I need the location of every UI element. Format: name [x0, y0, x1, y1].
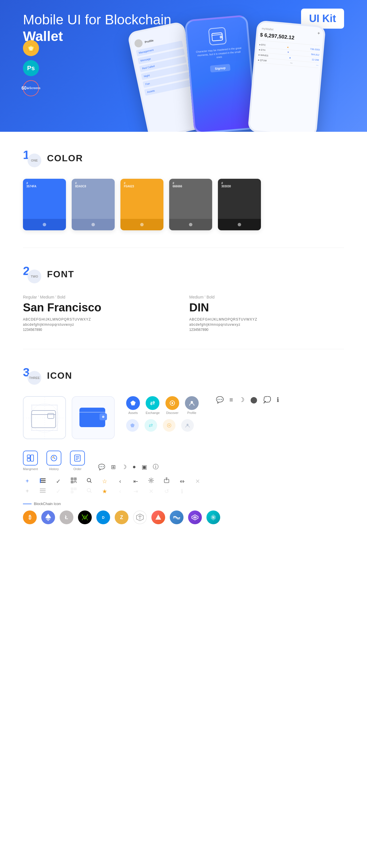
discover-icon-small — [163, 419, 175, 432]
swatch-1-hex: #3574FA — [26, 182, 36, 188]
font-din-upper: ABCDEFGHIJKLMNOPQRSTUVWXYZ — [189, 317, 344, 321]
search-icon — [85, 477, 93, 485]
svg-line-61 — [90, 491, 91, 493]
assets-icon-label: Assets — [128, 411, 138, 414]
btc-logo: ₿ — [23, 510, 37, 524]
icon-section-header: 3 THREE ICON — [23, 366, 344, 385]
svg-rect-51 — [40, 489, 46, 489]
nav-order: Order — [70, 451, 85, 471]
close-icon-2: ✕ — [147, 488, 156, 495]
screens-count: 60+ — [22, 85, 29, 91]
dot-icon: ● — [133, 464, 136, 470]
search-icon-2 — [85, 488, 93, 495]
font-section-header: 2 TWO FONT — [23, 265, 344, 283]
svg-rect-35 — [40, 478, 41, 483]
exchange-icon-label: Exchange — [146, 411, 160, 414]
info-icon-2: ℹ — [178, 488, 186, 495]
share-icon: ⇤ — [131, 478, 140, 485]
chat-filled-icon: 💬 — [98, 464, 105, 470]
discover-icon-circle — [165, 396, 179, 410]
history-label: History — [49, 467, 59, 471]
wallet-guide-svg — [24, 397, 66, 439]
settings-icon — [147, 477, 156, 485]
misc-icons-right: 💬 ≡ ☽ ⬤ 💭 ℹ — [216, 396, 279, 404]
ps-badge: Ps — [23, 60, 39, 76]
export-icon — [162, 477, 171, 485]
hero-badges: Ps 60+ Screens — [23, 40, 39, 96]
svg-point-15 — [102, 416, 104, 418]
speech-icon: ▣ — [142, 464, 147, 470]
back-icon: ‹ — [116, 478, 124, 485]
neo-logo — [78, 510, 92, 524]
swatch-4-hex: #666666 — [173, 182, 182, 188]
waves-logo — [170, 510, 184, 524]
svg-rect-25 — [27, 458, 30, 461]
swatch-1: #3574FA — [23, 179, 66, 230]
ltc-logo: Ł — [60, 510, 74, 524]
svg-rect-37 — [72, 478, 73, 479]
font-din-style: Medium ' Bold — [189, 295, 344, 299]
discover-icon-label: Discover — [166, 411, 179, 414]
order-icon-box — [70, 451, 85, 466]
phone-right-screen: myWallet + $ 6,297,502.12 ● BTC▲738-2003… — [255, 22, 324, 70]
list-icon-2 — [38, 488, 47, 494]
font-sf-name: San Francisco — [23, 301, 178, 314]
swatch-5-hex: #303030 — [221, 182, 231, 188]
icon-profile: Profile — [185, 396, 199, 414]
wallet-icons — [23, 396, 115, 439]
misc-icons-2: 💬 ⊞ ☽ ● ▣ ⓘ — [98, 463, 159, 471]
icon-exchange: Exchange — [146, 396, 160, 414]
svg-rect-41 — [72, 482, 73, 483]
crescent-icon: ☽ — [121, 464, 127, 470]
font-title: FONT — [47, 269, 74, 280]
swatch-2: #8DA0C8 — [72, 179, 115, 230]
svg-rect-52 — [40, 490, 46, 491]
icon-assets: Assets — [126, 396, 140, 414]
icon-section-num: 3 THREE — [23, 366, 41, 385]
color-section-header: 1 ONE COLOR — [23, 149, 344, 167]
check-icon-2: ✓ — [54, 488, 62, 495]
svg-text:D: D — [102, 516, 105, 520]
moon-icon: ☽ — [239, 396, 245, 404]
svg-rect-26 — [31, 455, 33, 461]
phone-wallet-icon — [208, 27, 227, 45]
list-icon — [38, 478, 47, 485]
assets-icon-circle — [126, 396, 140, 410]
font-num-bg: TWO — [28, 270, 41, 283]
font-section-num: 2 TWO — [23, 265, 41, 283]
font-din: Medium ' Bold DIN ABCDEFGHIJKLMNOPQRSTUV… — [189, 295, 344, 332]
icon-main-row: Assets Exchange Discover — [23, 396, 344, 439]
svg-rect-55 — [72, 489, 73, 489]
star-filled-icon: ★ — [101, 488, 109, 495]
nav-icons-group: Assets Exchange Discover — [126, 396, 199, 432]
font-section: 2 TWO FONT Regular ' Medium ' Bold San F… — [0, 248, 367, 349]
phone-avatar — [134, 39, 143, 48]
phone-center-screen: Character may be mastered in the great m… — [186, 17, 255, 132]
signup-btn[interactable]: Signup — [210, 64, 230, 72]
svg-line-47 — [90, 481, 91, 483]
screens-label: Screens — [29, 87, 40, 90]
color-num-bg: ONE — [28, 154, 41, 167]
wallet-filled-box — [72, 396, 115, 439]
font-sf: Regular ' Medium ' Bold San Francisco AB… — [23, 295, 178, 332]
close-icon: ✕ — [193, 478, 202, 485]
wallet-wireframe-box — [23, 396, 66, 439]
icon-num-bg: THREE — [28, 371, 41, 385]
check-icon: ✓ — [54, 478, 62, 485]
blockchain-label-text: BlockChain Icon — [34, 502, 61, 506]
blockchain-label: BlockChain Icon — [23, 502, 344, 506]
matic-logo — [188, 510, 202, 524]
hero-section: Mobile UI for Blockchain Wallet UI Kit P… — [0, 0, 367, 132]
icon-section: 3 THREE ICON — [0, 349, 367, 541]
svg-marker-16 — [131, 401, 136, 405]
svg-marker-20 — [131, 424, 135, 427]
swatch-5: #303030 — [218, 179, 261, 230]
svg-rect-39 — [75, 478, 76, 479]
phones-area: Profile Management Message Red Called Ni… — [120, 17, 367, 132]
plus-icon-2: + — [23, 488, 32, 494]
exchange-icon-small — [144, 419, 157, 432]
info2-icon: ⓘ — [153, 463, 159, 471]
font-sf-style: Regular ' Medium ' Bold — [23, 295, 178, 299]
svg-point-48 — [150, 479, 152, 481]
blockchain-label-line — [23, 504, 32, 504]
